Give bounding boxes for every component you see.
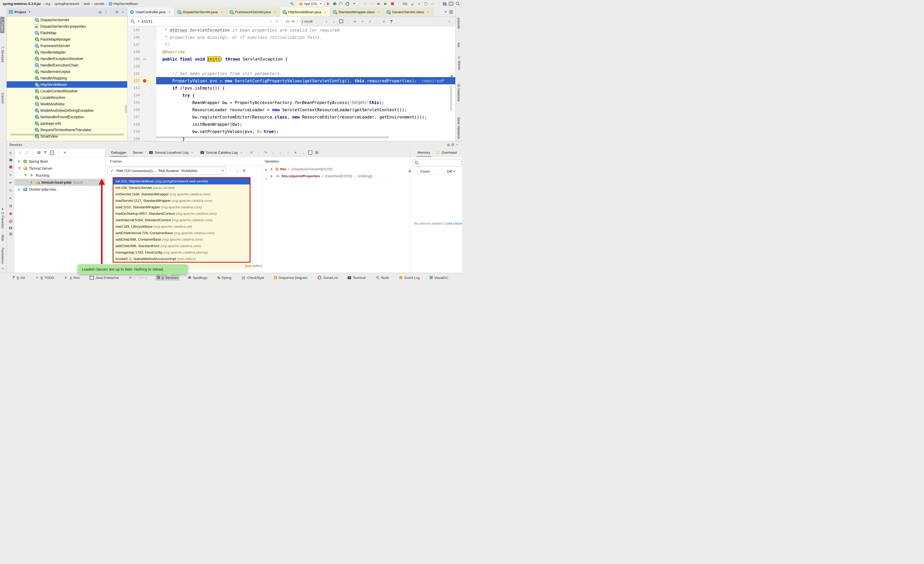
restart-icon[interactable]	[9, 188, 13, 193]
tab-memory[interactable]: Memory	[417, 148, 430, 157]
project-tree-item[interactable]: DispatcherServlet	[7, 16, 127, 23]
close-tab-icon[interactable]	[376, 10, 381, 14]
code-text[interactable]: initBeanWrapper(bw);	[156, 121, 455, 128]
remove-occurrence-icon[interactable]	[360, 19, 364, 24]
close-tab-icon[interactable]	[220, 10, 224, 14]
gutter-line-155[interactable]: 155	[128, 99, 156, 106]
close-tab-icon[interactable]	[167, 10, 172, 14]
step-over-icon[interactable]	[263, 150, 267, 155]
code-text[interactable]: bw.setPropertyValues(pvs, b: true);	[156, 128, 455, 135]
frame-row[interactable]: loadServlet:1117, StandardWrapper (org.a…	[113, 197, 250, 204]
add-watch-icon[interactable]	[264, 168, 268, 172]
frame-row[interactable]: init:158, GenericServlet (javax.servlet)	[113, 184, 250, 191]
code-text[interactable]: ResourceLoader resourceLoader = new Serv…	[156, 106, 455, 113]
sidebar-item-7-structure[interactable]: 7: Structure	[1, 46, 4, 62]
project-tree-item[interactable]: HandlerMapping	[7, 75, 127, 81]
update-project-icon[interactable]	[410, 1, 415, 6]
view-options-icon[interactable]	[315, 151, 318, 154]
code-line-157[interactable]: 157 bw.registerCustomEditor(Resource.cla…	[128, 113, 455, 121]
status-item-checkstyle[interactable]: CheckStyle	[240, 274, 266, 281]
sidebar-item-maven[interactable]: Maven	[457, 55, 461, 70]
mute-breakpoints-icon[interactable]	[9, 219, 13, 223]
search-options-icon[interactable]	[382, 19, 386, 24]
breadcrumb-item[interactable]: springframework	[54, 2, 79, 6]
expander-icon[interactable]	[270, 167, 274, 171]
tab-overhead[interactable]: Overhead	[436, 148, 457, 157]
code-text[interactable]: // Set bean properties from init paramet…	[156, 70, 455, 77]
sidebar-item-database[interactable]: Database	[457, 84, 460, 102]
tostring-link[interactable]: toString()	[358, 174, 373, 178]
frame-row[interactable]: start:183, LifecycleBase (org.apache.cat…	[113, 223, 250, 230]
code-text[interactable]: BeanWrapper bw = PropertyAccessorFactory…	[156, 99, 455, 106]
step-into-icon[interactable]	[271, 150, 275, 155]
breadcrumb-item[interactable]: servlet	[94, 2, 104, 6]
evaluate-expression-icon[interactable]	[308, 150, 312, 155]
memory-col-class[interactable]: .	[412, 169, 413, 174]
status-item-event-log[interactable]: Event Log	[397, 274, 422, 281]
add-occurrence-icon[interactable]	[353, 19, 357, 24]
project-tree-item[interactable]: LocaleResolver	[7, 94, 127, 101]
tab-dispatcherservlet-java[interactable]: DispatcherServlet.java	[174, 7, 227, 16]
project-tree-item[interactable]: HandlerExceptionResolver	[7, 55, 127, 62]
status-item-spotbugs[interactable]: SpotBugs	[186, 275, 209, 281]
services-tree-item-spring-boot[interactable]: Spring Boot	[15, 158, 105, 165]
code-line-154[interactable]: 154⌄ try {	[128, 91, 455, 99]
frame-row[interactable]: loadOnStartup:4957, StandardContext (org…	[113, 210, 250, 217]
tab-server[interactable]: Server	[130, 148, 146, 157]
status-item-visualgc[interactable]: VisualGC	[428, 275, 450, 281]
match-case-toggle[interactable]: Aa	[285, 19, 290, 23]
resume-icon[interactable]	[9, 172, 13, 177]
clear-search-icon[interactable]	[268, 19, 273, 24]
project-tree-item[interactable]: HandlerExecutionChain	[7, 62, 127, 68]
project-tree-item[interactable]: HandlerAdapter	[7, 49, 127, 55]
editor-hscrollbar[interactable]	[156, 136, 389, 138]
project-tree-item[interactable]: FrameworkServlet	[7, 42, 127, 49]
sidebar-item-persistence[interactable]: Persistence	[1, 248, 4, 264]
code-line-148[interactable]: 148@Override	[128, 48, 455, 55]
variable-row[interactable]: this.requiredProperties = {HashSet@3259}…	[262, 172, 410, 180]
hotswap-run-icon[interactable]	[377, 1, 381, 6]
project-vscrollbar[interactable]	[125, 105, 127, 113]
locate-icon[interactable]	[446, 142, 451, 147]
fold-marker[interactable]: ⌄	[149, 43, 154, 46]
gutter-line-153[interactable]: 153⌄	[128, 84, 156, 91]
code-line-145[interactable]: 145 * @throws ServletException if bean p…	[128, 26, 455, 34]
code-text[interactable]: @Override	[156, 48, 455, 55]
code-text[interactable]: * @throws ServletException if bean prope…	[156, 26, 455, 34]
frame-row[interactable]: invoke0:-1, NativeMethodAccessorImpl (su…	[113, 256, 250, 262]
select-occurrences-icon[interactable]	[368, 19, 372, 24]
breakpoint-icon[interactable]	[140, 79, 149, 83]
code-text[interactable]: try {	[156, 91, 455, 99]
project-tree-item[interactable]: RequestToViewNameTranslator	[7, 127, 127, 133]
services-tree-item-tomcat-server[interactable]: Tomcat Server	[15, 165, 105, 172]
thread-dump-icon[interactable]	[9, 227, 12, 229]
status-item-run[interactable]: 4: Run	[62, 274, 81, 281]
force-step-into-icon[interactable]	[278, 150, 282, 155]
remove-watch-icon[interactable]	[264, 177, 268, 181]
thread-dropdown[interactable]: "RMI TCP Connection(2)-... "RMI Runtime"…	[108, 167, 226, 175]
frame-row[interactable]: addChild:698, ContainerBase (org.apache.…	[113, 236, 250, 243]
search-everywhere-icon[interactable]	[456, 1, 460, 6]
add-service-icon[interactable]	[63, 150, 67, 155]
breadcrumb-item[interactable]: org	[45, 2, 50, 6]
search-query[interactable]: init(	[141, 19, 267, 24]
step-out-icon[interactable]	[286, 150, 290, 155]
frame-row[interactable]: manageApp:1783, HostConfig (org.apache.c…	[113, 249, 250, 256]
sidebar-item-1-project[interactable]: 1: Project	[0, 17, 4, 33]
expand-all-icon[interactable]	[18, 150, 22, 155]
run-icon[interactable]	[326, 1, 331, 6]
code-text[interactable]: public final void init() throws ServletE…	[156, 55, 455, 63]
sidebar-item-jclasslib[interactable]: jclasslib	[457, 18, 460, 29]
fold-marker[interactable]: ⌄	[149, 87, 154, 90]
project-hscrollbar[interactable]	[10, 133, 124, 136]
history-icon[interactable]	[424, 1, 428, 6]
gear-icon[interactable]	[451, 142, 455, 147]
load-classes-link[interactable]: Load classes	[444, 221, 462, 225]
close-search-icon[interactable]	[447, 19, 452, 24]
chevron-down-icon[interactable]	[28, 11, 30, 13]
rollback-icon[interactable]	[430, 1, 435, 6]
code-line-158[interactable]: 158 initBeanWrapper(bw);	[128, 121, 455, 128]
coverage-icon[interactable]	[339, 1, 343, 6]
drop-frame-icon[interactable]	[293, 150, 297, 155]
frame-row[interactable]: load:1010, StandardWrapper (org.apache.c…	[113, 204, 250, 210]
